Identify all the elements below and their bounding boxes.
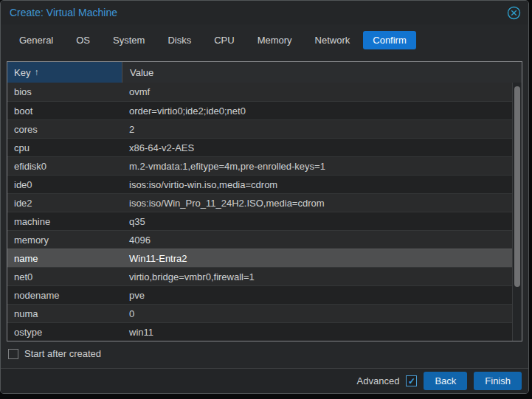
row-key: ide2 (7, 198, 122, 209)
wizard-tabbar: GeneralOSSystemDisksCPUMemoryNetworkConf… (1, 24, 528, 61)
table-row-cores[interactable]: cores2 (7, 119, 512, 138)
circle-x-icon (507, 6, 521, 20)
row-key: ostype (7, 327, 122, 338)
create-vm-dialog: Create: Virtual Machine GeneralOSSystemD… (0, 0, 529, 394)
close-button[interactable] (506, 5, 521, 20)
tab-memory[interactable]: Memory (248, 31, 302, 49)
confirm-settings-grid: Key ↑ Value biosovmfbootorder=virtio0;id… (7, 61, 522, 341)
row-key: memory (7, 235, 122, 246)
row-key: boot (7, 105, 122, 117)
row-value: m.2-vmdata:1,efitype=4m,pre-enrolled-key… (122, 161, 512, 172)
column-header-value[interactable]: Value (122, 62, 522, 83)
table-row-net0[interactable]: net0virtio,bridge=vmbr0,firewall=1 (7, 267, 512, 285)
table-row-memory[interactable]: memory4096 (7, 230, 512, 249)
row-value: x86-64-v2-AES (122, 142, 512, 153)
start-after-created-checkbox[interactable] (8, 349, 18, 359)
table-row-ide2[interactable]: ide2isos:iso/Win_Pro_11_24H2.ISO,media=c… (7, 193, 512, 212)
row-key: cpu (7, 142, 122, 153)
row-value: Win11-Entra2 (122, 253, 512, 264)
table-row-boot[interactable]: bootorder=virtio0;ide2;ide0;net0 (7, 101, 512, 119)
row-value: 4096 (122, 235, 512, 246)
start-after-created-label: Start after created (24, 348, 101, 359)
finish-button[interactable]: Finish (474, 372, 522, 390)
tab-general[interactable]: General (10, 31, 63, 49)
row-value: pve (122, 290, 512, 301)
row-value: virtio,bridge=vmbr0,firewall=1 (122, 271, 512, 282)
dialog-title: Create: Virtual Machine (10, 7, 117, 18)
tab-system[interactable]: System (103, 31, 154, 49)
advanced-checkbox[interactable]: ✓ (406, 375, 417, 386)
row-key: net0 (7, 271, 122, 282)
tab-confirm[interactable]: Confirm (363, 31, 416, 49)
scrollbar-thumb[interactable] (514, 86, 520, 287)
row-value: 2 (122, 124, 512, 135)
tab-disks[interactable]: Disks (158, 31, 201, 49)
advanced-label: Advanced (357, 375, 400, 386)
column-header-key[interactable]: Key ↑ (7, 62, 122, 83)
back-button[interactable]: Back (424, 372, 467, 390)
table-row-ostype[interactable]: ostypewin11 (7, 322, 512, 341)
grid-body: biosovmfbootorder=virtio0;ide2;ide0;net0… (7, 83, 522, 341)
row-key: bios (7, 86, 122, 97)
row-key: machine (7, 216, 122, 227)
screen: Create: Virtual Machine GeneralOSSystemD… (0, 0, 532, 399)
column-header-value-label: Value (130, 67, 153, 78)
table-row-cpu[interactable]: cpux86-64-v2-AES (7, 138, 512, 156)
table-row-nodename[interactable]: nodenamepve (7, 285, 512, 304)
tab-network[interactable]: Network (305, 31, 360, 49)
row-value: win11 (122, 327, 512, 338)
table-row-name[interactable]: nameWin11-Entra2 (7, 249, 512, 267)
row-value: q35 (122, 216, 512, 227)
start-after-created-option: Start after created (8, 348, 521, 359)
table-row-bios[interactable]: biosovmf (7, 83, 512, 101)
table-row-ide0[interactable]: ide0isos:iso/virtio-win.iso,media=cdrom (7, 175, 512, 193)
row-value: 0 (122, 308, 512, 319)
row-value: ovmf (122, 86, 512, 97)
row-value: isos:iso/virtio-win.iso,media=cdrom (122, 179, 512, 190)
row-value: isos:iso/Win_Pro_11_24H2.ISO,media=cdrom (122, 198, 512, 209)
grid-header: Key ↑ Value (7, 62, 522, 83)
tab-os[interactable]: OS (66, 31, 100, 49)
row-key: name (7, 253, 122, 264)
row-key: efidisk0 (7, 161, 122, 172)
row-key: ide0 (7, 179, 122, 190)
column-header-key-label: Key (14, 67, 30, 78)
arrow-up-icon: ↑ (34, 67, 38, 77)
vertical-scrollbar[interactable] (512, 83, 522, 341)
table-row-numa[interactable]: numa0 (7, 304, 512, 322)
table-row-efidisk0[interactable]: efidisk0m.2-vmdata:1,efitype=4m,pre-enro… (7, 156, 512, 175)
tab-cpu[interactable]: CPU (204, 31, 243, 49)
row-key: cores (7, 124, 122, 135)
table-row-machine[interactable]: machineq35 (7, 212, 512, 230)
checkmark-icon: ✓ (408, 376, 415, 386)
row-key: numa (7, 308, 122, 319)
row-key: nodename (7, 290, 122, 301)
dialog-titlebar: Create: Virtual Machine (1, 1, 528, 24)
dialog-footer: Advanced ✓ Back Finish (1, 368, 528, 393)
row-value: order=virtio0;ide2;ide0;net0 (122, 105, 512, 117)
